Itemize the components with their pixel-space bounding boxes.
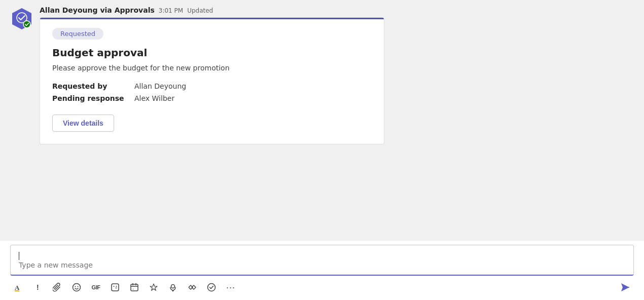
requested-by-value: Allan Deyoung [134, 82, 372, 90]
message-input-container[interactable] [10, 245, 634, 276]
card-details: Requested by Allan Deyoung Pending respo… [52, 82, 372, 102]
more-options-button[interactable]: ··· [222, 279, 239, 296]
svg-point-20 [208, 284, 216, 291]
svg-point-2 [23, 21, 30, 28]
task-icon [207, 283, 216, 292]
emoji-button[interactable] [68, 279, 85, 296]
emoji-icon [72, 283, 81, 292]
svg-rect-9 [112, 284, 119, 291]
send-button[interactable] [617, 279, 634, 296]
svg-text:+: + [132, 287, 134, 290]
text-cursor [19, 252, 19, 260]
format-icon: A [14, 283, 23, 292]
pending-response-label: Pending response [52, 94, 128, 102]
sticker-icon [111, 283, 120, 292]
card-description: Please approve the budget for the new pr… [52, 64, 372, 72]
format-button[interactable]: A [10, 279, 27, 296]
svg-marker-17 [150, 284, 157, 290]
svg-point-11 [116, 286, 117, 287]
audio-icon [168, 283, 177, 292]
praise-button[interactable] [145, 279, 162, 296]
attach-button[interactable] [49, 279, 66, 296]
message-input[interactable] [19, 261, 625, 269]
audio-button[interactable] [164, 279, 182, 296]
loop-button[interactable] [184, 279, 201, 296]
svg-point-18 [171, 285, 175, 288]
avatar [10, 7, 33, 30]
sticker-button[interactable] [106, 279, 124, 296]
important-button[interactable]: ! [29, 279, 47, 296]
card-top-border [40, 18, 384, 19]
svg-text:!: ! [37, 283, 39, 291]
message-header: Allan Deyoung via Approvals 3:01 PM Upda… [40, 6, 634, 14]
avatar-area [10, 6, 33, 241]
toolbar: A ! GIF [10, 276, 634, 300]
view-details-button[interactable]: View details [52, 115, 114, 132]
gif-button[interactable]: GIF [87, 279, 104, 296]
svg-point-6 [73, 284, 81, 291]
card-title: Budget approval [52, 47, 372, 59]
praise-icon [149, 283, 158, 292]
svg-point-7 [75, 286, 76, 287]
loop-icon [188, 283, 197, 292]
svg-point-10 [114, 286, 115, 287]
attach-icon [53, 283, 62, 292]
gif-label: GIF [92, 284, 100, 290]
chat-content: Allan Deyoung via Approvals 3:01 PM Upda… [40, 6, 634, 241]
important-icon: ! [33, 283, 43, 292]
schedule-button[interactable]: + [126, 279, 143, 296]
requested-by-label: Requested by [52, 82, 128, 90]
input-area: A ! GIF [0, 241, 644, 300]
svg-point-8 [78, 286, 79, 287]
schedule-icon: + [130, 283, 139, 292]
svg-text:A: A [15, 284, 20, 291]
updated-badge: Updated [187, 7, 213, 14]
sender-name: Allan Deyoung via Approvals [40, 6, 155, 14]
approval-card: Requested Budget approval Please approve… [40, 17, 384, 144]
chat-main-area: Allan Deyoung via Approvals 3:01 PM Upda… [0, 0, 644, 241]
task-button[interactable] [203, 279, 220, 296]
more-icon: ··· [226, 282, 235, 293]
timestamp: 3:01 PM [159, 7, 183, 14]
send-icon [620, 282, 630, 292]
pending-response-value: Alex Wilber [134, 94, 372, 102]
status-badge: Requested [52, 28, 103, 40]
